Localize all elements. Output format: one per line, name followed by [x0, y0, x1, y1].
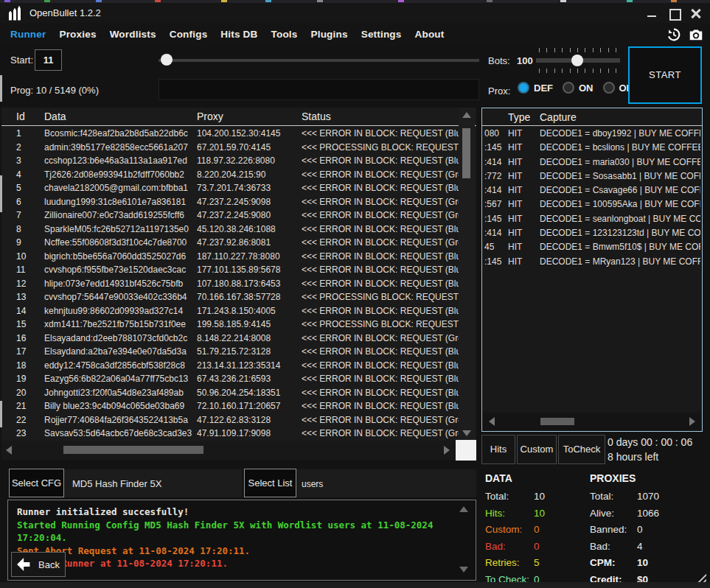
hit-row[interactable]: :772HITDECODE1 = Sosasabb1 | BUY ME COFF…: [482, 169, 700, 183]
scrollbar-thumb[interactable]: [462, 128, 470, 178]
hit-row[interactable]: :145HITDECODE1 = seanlongboat | BUY ME C…: [482, 212, 700, 226]
scrollbar-thumb[interactable]: [63, 446, 203, 454]
table-row[interactable]: 14kehnjtuu99:86602d09939ad327c14171.243.…: [1, 304, 459, 318]
stat-value: 10: [637, 557, 648, 568]
column-header-status[interactable]: Status: [302, 111, 476, 122]
cell-proxy: 50.96.204.254:18351: [197, 386, 302, 400]
slider-track: [159, 59, 479, 62]
history-icon[interactable]: [666, 27, 682, 43]
hits-horizontal-scrollbar[interactable]: [483, 413, 701, 430]
table-row[interactable]: 3ccshop123:b6e46a3a113a1aa917ed118.97.32…: [1, 154, 459, 168]
progress-label: Prog: 10 / 5149 (0%): [10, 85, 99, 96]
scroll-right-icon[interactable]: [689, 417, 695, 426]
select-cfg-button[interactable]: Select CFG: [9, 469, 64, 497]
table-row[interactable]: 11cvvshop6:f955fbe73e1520daec3cac177.101…: [1, 263, 459, 277]
table-row[interactable]: 4Tj2626:2d08e993941b2fdff7060bb28.220.20…: [1, 168, 459, 182]
column-header-capture[interactable]: Capture: [540, 111, 702, 123]
cell-status: <<< ERROR IN BLOCK: REQUEST (Blue: [302, 386, 459, 400]
menu-item-configs[interactable]: Configs: [170, 29, 208, 40]
results-horizontal-scrollbar[interactable]: [1, 441, 456, 460]
table-row[interactable]: 5chavela2182005@gmail.com:bfbba173.7.201…: [1, 181, 459, 195]
table-row[interactable]: 6luudung1999:31c8e6101e7a83618147.237.2.…: [1, 195, 459, 209]
table-row[interactable]: 8SparkleM05:fc26b52712a1197135e045.120.3…: [1, 223, 459, 237]
menu-item-plugins[interactable]: Plugins: [311, 29, 348, 40]
cell-proxy: 107.180.88.173:6453: [197, 277, 302, 291]
table-row[interactable]: 10bigrich:b5be656a7060dd3525027d6187.110…: [1, 250, 459, 264]
table-row[interactable]: 7Zillionaire007:e0c73add619255fcff647.23…: [1, 209, 459, 223]
start-input[interactable]: [35, 49, 62, 71]
prox-option-on[interactable]: ON: [563, 82, 594, 94]
scrollbar-thumb[interactable]: [540, 418, 574, 425]
scroll-up-icon[interactable]: [462, 112, 471, 118]
screen-edge-artifact: [0, 75, 2, 102]
hit-row[interactable]: :414HITDECODE1 = 123123123td | BUY ME CO…: [482, 226, 700, 240]
menu-item-hits-db[interactable]: Hits DB: [220, 29, 257, 40]
cell-proxy-port: 45: [482, 240, 508, 254]
column-header-id[interactable]: Id: [1, 111, 44, 122]
column-header-type[interactable]: Type: [508, 111, 540, 123]
log-scroll-down-icon[interactable]: [459, 567, 468, 573]
table-row[interactable]: 12hlipe:073e7edd14931bf4526c75bfb107.180…: [1, 277, 459, 291]
table-row[interactable]: 23Savsav53:5d64acbc67de68c3cad3e347.91.1…: [1, 427, 459, 441]
table-row[interactable]: 21Billy blue23:9c4b094c065de03ba6972.10.…: [1, 399, 459, 413]
start-position-slider[interactable]: [159, 54, 479, 66]
scroll-left-icon[interactable]: [489, 417, 495, 426]
table-row[interactable]: 15xdm1411:7be2521fb75b15b731f0ee199.58.1…: [1, 318, 459, 332]
menu-item-about[interactable]: About: [415, 29, 445, 40]
table-row[interactable]: 17Elsaydand:a2ba7e394e0e07da5d3a51.79.21…: [1, 345, 459, 359]
prox-option-def[interactable]: DEF: [518, 82, 553, 94]
hit-row[interactable]: :145HITDECODE1 = bcslions | BUY ME COFFE…: [482, 141, 700, 155]
tab-tocheck[interactable]: ToCheck: [558, 435, 605, 464]
menu-item-wordlists[interactable]: Wordlists: [110, 29, 156, 40]
results-vertical-scrollbar[interactable]: [459, 108, 475, 441]
table-row[interactable]: 1Bcosmic:f428eaf2ba2b8d5ab22db6c104.200.…: [1, 127, 459, 141]
hit-row[interactable]: :414HITDECODE1 = maria030 | BUY ME COFFE…: [482, 155, 700, 169]
table-row[interactable]: 9Ncffee:55f08608f3d3f10c4c7de870047.237.…: [1, 236, 459, 250]
table-row[interactable]: 20Johngotti23:f20f0a54d8e23af489ab50.96.…: [1, 386, 459, 400]
stat-row: Total:1070: [590, 489, 659, 505]
cell-data: Tj2626:2d08e993941b2fdff7060bb2: [44, 168, 197, 182]
hit-row[interactable]: :414HITDECODE1 = Csavage66 | BUY ME COFF…: [482, 183, 700, 197]
close-icon[interactable]: [691, 8, 701, 18]
scroll-left-icon[interactable]: [6, 446, 12, 455]
table-row[interactable]: 13cvvshop7:56447e90033e402c336b470.166.1…: [1, 290, 459, 304]
hit-row[interactable]: 45HITDECODE1 = Bmwm5f10$ | BUY ME COFFE: [482, 240, 700, 254]
start-button[interactable]: START: [628, 46, 702, 104]
bots-slider[interactable]: [536, 48, 620, 73]
tab-hits[interactable]: Hits: [481, 435, 515, 464]
table-row[interactable]: 19Eazyg56:6b822a06a04a77ff75cbc1367.43.2…: [1, 372, 459, 386]
screenshot-camera-icon[interactable]: [688, 27, 704, 43]
radio-off[interactable]: [603, 82, 615, 94]
radio-def-selected[interactable]: [518, 82, 529, 94]
cell-type: HIT: [508, 255, 540, 269]
table-row[interactable]: 2admin:39b5177e82858ecc5661a20767.201.59…: [1, 141, 459, 155]
menu-item-tools[interactable]: Tools: [271, 29, 298, 40]
column-header-data[interactable]: Data: [44, 111, 197, 122]
hit-row[interactable]: 080HITDECODE1 = dboy1992 | BUY ME COFFEE…: [482, 127, 700, 141]
column-header-proxy[interactable]: Proxy: [197, 111, 302, 122]
menu-item-proxies[interactable]: Proxies: [59, 29, 96, 40]
resize-grip-icon[interactable]: [695, 571, 706, 582]
menu-item-settings[interactable]: Settings: [361, 29, 402, 40]
table-row[interactable]: 22Rojjer77:40684fa26f3643522413b5a47.122…: [1, 413, 459, 427]
table-row[interactable]: 16Elsayadand:d2eeb7881073cfd0cb2c8.148.2…: [1, 332, 459, 346]
table-row[interactable]: 18eddy12:4758ca3df2856cbf538f28c8213.14.…: [1, 359, 459, 373]
scroll-right-icon[interactable]: [444, 446, 450, 455]
hit-row[interactable]: :145HITDECODE1 = MRyan123 | BUY ME COFFE…: [482, 255, 700, 269]
menu-item-runner[interactable]: Runner: [10, 29, 46, 40]
bots-slider-thumb[interactable]: [571, 55, 583, 66]
select-list-button[interactable]: Select List: [244, 469, 296, 497]
minimize-icon[interactable]: [647, 8, 657, 18]
cell-proxy: 47.237.2.245:9098: [197, 195, 302, 209]
back-button[interactable]: Back: [11, 552, 66, 577]
start-slider-thumb[interactable]: [161, 54, 173, 66]
tab-custom[interactable]: Custom: [517, 435, 557, 464]
radio-on[interactable]: [563, 82, 574, 94]
scroll-down-icon[interactable]: [462, 430, 471, 436]
hit-row[interactable]: :567HITDECODE1 = 100595Aka | BUY ME COFF…: [482, 197, 700, 211]
stat-row: Banned:0: [590, 522, 659, 539]
stat-value: 10: [534, 491, 545, 502]
maximize-icon[interactable]: [669, 8, 679, 18]
stat-row: CPM:10: [590, 555, 659, 572]
log-scroll-up-icon[interactable]: [459, 506, 468, 512]
